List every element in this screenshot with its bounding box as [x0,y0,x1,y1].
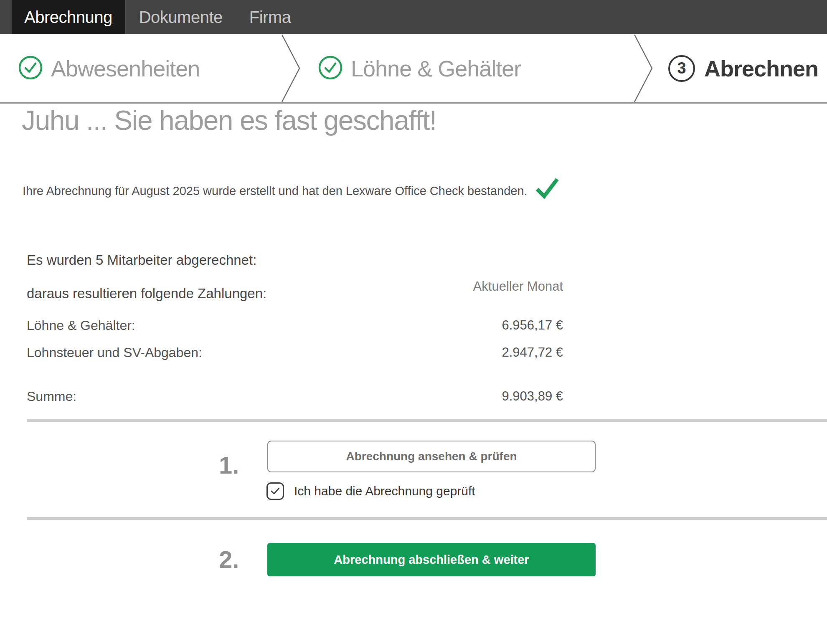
tab-label: Firma [249,8,291,27]
row-value: 2.947,72 € [502,345,563,360]
row-label: Löhne & Gehälter: [27,318,135,333]
table-row: Löhne & Gehälter: 6.956,17 € [27,318,563,333]
tab-label: Dokumente [139,8,223,27]
check-circle-icon [18,56,43,81]
finish-payroll-button[interactable]: Abrechnung abschließen & weiter [267,543,596,576]
employees-summary-text: Es wurden 5 Mitarbeiter abgerechnet: [27,252,256,268]
main-content: Juhu ... Sie haben es fast geschafft! Ih… [0,104,827,644]
wizard-step-abwesenheiten[interactable]: Abwesenheiten [18,34,200,102]
action-step-number-2: 2. [219,545,239,573]
tab-firma[interactable]: Firma [237,0,304,34]
tab-dokumente[interactable]: Dokumente [127,0,235,34]
chevron-right-icon [282,34,301,102]
tab-label: Abrechnung [24,8,112,27]
payments-intro-text: daraus resultieren folgende Zahlungen: [27,286,266,302]
page-title: Juhu ... Sie haben es fast geschafft! [22,104,436,136]
payments-header-row: daraus resultieren folgende Zahlungen: A… [27,279,563,302]
wizard-step-loehne-gehaelter[interactable]: Löhne & Gehälter [318,34,521,102]
checkbox-label: Ich habe die Abrechnung geprüft [294,484,475,498]
checkmark-icon [270,487,280,495]
step-label: Löhne & Gehälter [351,56,521,81]
payroll-checked-checkbox[interactable] [266,482,284,500]
button-label: Abrechnung abschließen & weiter [334,553,529,567]
confirmation-row: Ich habe die Abrechnung geprüft [266,482,475,500]
divider [27,419,827,422]
subheading-text: Ihre Abrechnung für August 2025 wurde er… [23,184,528,200]
divider [27,517,827,520]
step-wizard: Abwesenheiten Löhne & Gehälter 3 Abrechn… [0,34,827,104]
column-header-current-month: Aktueller Monat [473,279,563,294]
row-value: 6.956,17 € [502,318,563,333]
subheading-row: Ihre Abrechnung für August 2025 wurde er… [23,177,559,200]
wizard-step-abrechnen[interactable]: 3 Abrechnen [668,34,818,102]
tab-abrechnung[interactable]: Abrechnung [12,0,125,34]
top-navbar: Abrechnung Dokumente Firma [0,0,827,34]
check-icon [535,177,559,200]
total-row: Summe: 9.903,89 € [27,389,563,404]
review-payroll-button[interactable]: Abrechnung ansehen & prüfen [267,441,596,472]
step-number-badge: 3 [668,55,695,82]
step-label: Abrechnen [704,56,818,81]
table-row: Lohnsteuer und SV-Abgaben: 2.947,72 € [27,345,563,360]
chevron-right-icon [634,34,653,102]
action-step-number-1: 1. [219,451,239,479]
row-label: Lohnsteuer und SV-Abgaben: [27,345,202,360]
button-label: Abrechnung ansehen & prüfen [346,450,517,463]
total-label: Summe: [27,389,76,404]
total-value: 9.903,89 € [502,389,563,404]
step-label: Abwesenheiten [51,56,200,81]
check-circle-icon [318,56,342,81]
